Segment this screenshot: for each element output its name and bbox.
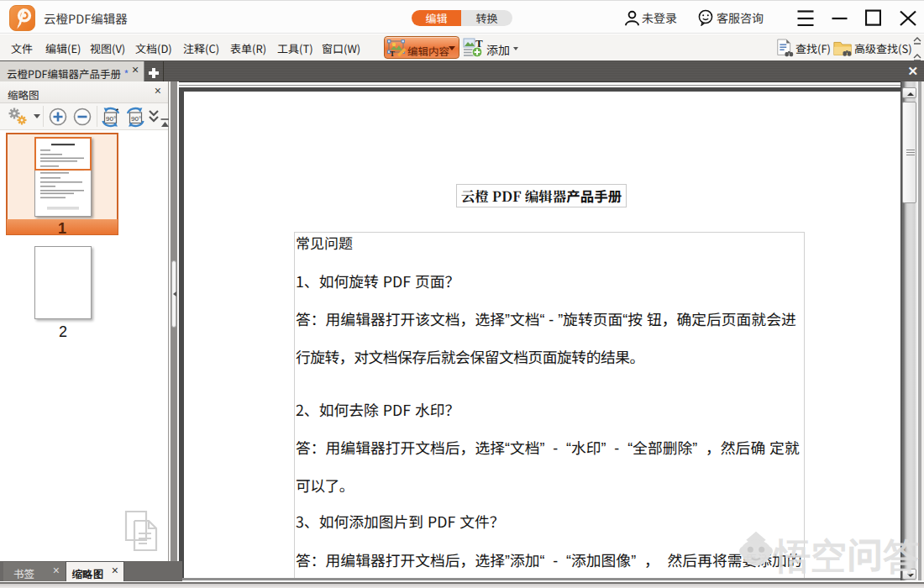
svg-text:T: T [390,50,395,57]
svg-text:90°: 90° [131,115,141,123]
svg-text:90°: 90° [106,115,116,123]
